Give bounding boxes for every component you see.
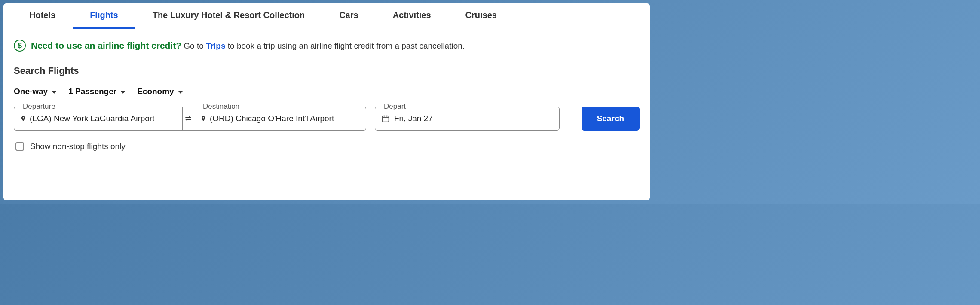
cabin-label: Economy bbox=[137, 87, 174, 96]
tab-cars[interactable]: Cars bbox=[322, 3, 375, 29]
calendar-icon bbox=[381, 114, 390, 123]
chevron-down-icon bbox=[178, 91, 183, 94]
tab-activities[interactable]: Activities bbox=[376, 3, 448, 29]
chevron-down-icon bbox=[121, 91, 125, 94]
cabin-dropdown[interactable]: Economy bbox=[137, 87, 183, 96]
dollar-icon: $ bbox=[14, 40, 26, 52]
map-pin-icon bbox=[20, 115, 26, 122]
passengers-label: 1 Passenger bbox=[68, 87, 116, 96]
tab-luxury[interactable]: The Luxury Hotel & Resort Collection bbox=[135, 3, 322, 29]
chevron-down-icon bbox=[52, 91, 56, 94]
swap-icon bbox=[184, 114, 193, 123]
depart-value: Fri, Jan 27 bbox=[394, 114, 433, 123]
flight-options-row: One-way 1 Passenger Economy bbox=[3, 80, 650, 103]
nonstop-checkbox[interactable] bbox=[15, 142, 24, 151]
tabs-row: Hotels Flights The Luxury Hotel & Resort… bbox=[3, 3, 650, 29]
tab-flights[interactable]: Flights bbox=[73, 3, 135, 29]
trips-link[interactable]: Trips bbox=[206, 41, 225, 50]
passengers-dropdown[interactable]: 1 Passenger bbox=[68, 87, 125, 96]
nonstop-row: Show non-stop flights only bbox=[3, 134, 650, 159]
notice-suffix: to book a trip using an airline flight c… bbox=[226, 41, 465, 50]
notice-headline: Need to use an airline flight credit? bbox=[31, 40, 181, 50]
destination-input[interactable]: Destination (ORD) Chicago O'Hare Int'l A… bbox=[194, 107, 366, 131]
search-card: Hotels Flights The Luxury Hotel & Resort… bbox=[3, 3, 650, 200]
nonstop-label: Show non-stop flights only bbox=[30, 142, 126, 151]
svg-rect-0 bbox=[383, 116, 389, 122]
flight-credit-notice: $ Need to use an airline flight credit? … bbox=[3, 29, 650, 55]
search-button[interactable]: Search bbox=[582, 107, 640, 131]
tab-hotels[interactable]: Hotels bbox=[12, 3, 73, 29]
search-inputs-row: Departure (LGA) New York LaGuardia Airpo… bbox=[3, 103, 650, 134]
departure-value: (LGA) New York LaGuardia Airport bbox=[30, 114, 154, 123]
tab-cruises[interactable]: Cruises bbox=[448, 3, 514, 29]
destination-value: (ORD) Chicago O'Hare Int'l Airport bbox=[210, 114, 334, 123]
notice-prefix: Go to bbox=[184, 41, 206, 50]
depart-field-label: Depart bbox=[381, 102, 408, 111]
destination-field-label: Destination bbox=[200, 102, 242, 111]
trip-type-dropdown[interactable]: One-way bbox=[14, 87, 56, 96]
section-title: Search Flights bbox=[3, 55, 650, 80]
locations-group: Departure (LGA) New York LaGuardia Airpo… bbox=[14, 107, 370, 131]
notice-text-wrap: Need to use an airline flight credit? Go… bbox=[31, 40, 465, 51]
swap-locations-button[interactable] bbox=[182, 107, 194, 131]
departure-input[interactable]: Departure (LGA) New York LaGuardia Airpo… bbox=[14, 107, 182, 131]
map-pin-icon bbox=[200, 115, 206, 122]
trip-type-label: One-way bbox=[14, 87, 48, 96]
depart-date-input[interactable]: Depart Fri, Jan 27 bbox=[375, 107, 560, 131]
departure-field-label: Departure bbox=[20, 102, 58, 111]
